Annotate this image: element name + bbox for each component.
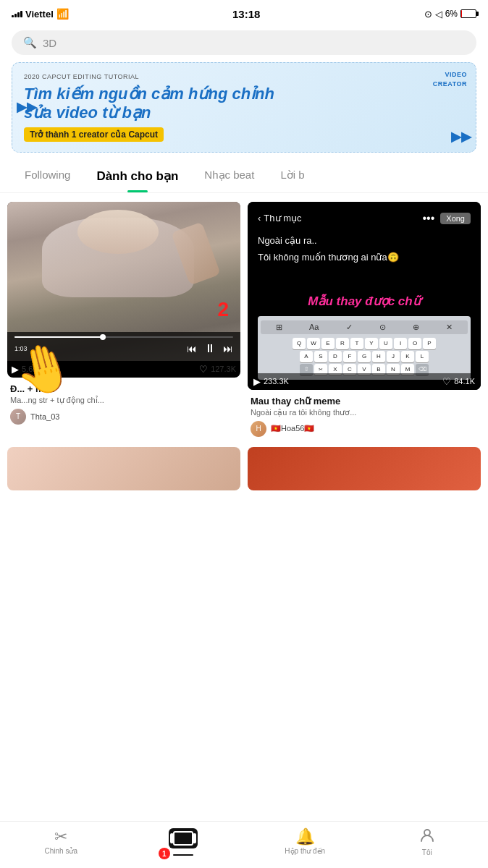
card-1-views: ▶ 5.6K	[12, 364, 38, 375]
card-2-avatar: H	[251, 421, 266, 437]
banner-title: Tìm kiếm nguồn cảm hứng chỉnh sửa video …	[24, 85, 464, 123]
card-2-stats: ▶ 233.3K ♡ 84.1K	[248, 373, 481, 390]
card-2[interactable]: ‹ Thư mục ••• Xong Ngoài cậu ra.. Tôi kh…	[248, 202, 481, 440]
kb-key-f[interactable]: F	[343, 351, 356, 362]
nav-profile-label: Tôi	[422, 848, 432, 856]
kb-grid-icon: ⊞	[276, 323, 282, 332]
rewind-button[interactable]: ⏮	[187, 343, 197, 354]
kb-key-s[interactable]: S	[314, 351, 327, 362]
card-1-likes: ♡ 127.3K	[199, 364, 236, 375]
kb-key-q[interactable]: Q	[293, 338, 306, 349]
forward-button[interactable]: ⏭	[223, 343, 233, 354]
card2-highlight-area: Mẫu thay được chữ	[258, 279, 471, 316]
player-buttons: ⏮ ⏸ ⏭	[187, 342, 233, 355]
kb-key-l[interactable]: L	[416, 351, 429, 362]
carrier-label: Viettel	[25, 9, 54, 20]
card-1[interactable]: 2 1:03 ⏮ ⏸ ⏭	[7, 202, 240, 440]
signal-bars	[12, 11, 22, 17]
kb-key-p[interactable]: P	[423, 338, 436, 349]
tab-lyrics[interactable]: Lời b	[267, 163, 317, 192]
kb-check-icon: ✓	[346, 323, 353, 332]
card-2-likes: ♡ 84.1K	[442, 376, 475, 387]
player-progress-dot	[100, 334, 106, 340]
kb-key-i[interactable]: I	[394, 338, 407, 349]
card2-background: ‹ Thư mục ••• Xong Ngoài cậu ra.. Tôi kh…	[248, 202, 481, 390]
tab-for-you[interactable]: Dành cho bạn	[83, 163, 191, 192]
signal-bar-4	[20, 11, 22, 17]
kb-key-e[interactable]: E	[321, 338, 335, 349]
banner-subtitle-row: Trở thành 1 creator của Capcut	[24, 127, 464, 142]
views-count-2: 233.3K	[264, 377, 289, 386]
battery-percent: 6%	[445, 9, 458, 19]
search-bar[interactable]: 🔍 3D	[12, 30, 476, 55]
views-icon-2: ▶	[253, 376, 261, 387]
banner-decoration-right: ▶▶	[451, 129, 471, 145]
tab-following[interactable]: Following	[12, 163, 83, 192]
kb-key-o[interactable]: O	[408, 338, 421, 349]
banner[interactable]: 2020 CAPCUT EDITING TUTORIAL Tìm kiếm ng…	[12, 62, 476, 153]
kb-key-w[interactable]: W	[307, 338, 320, 349]
card-2-thumb: ‹ Thư mục ••• Xong Ngoài cậu ra.. Tôi kh…	[248, 202, 481, 390]
profile-icon	[419, 827, 435, 846]
tabs: Following Dành cho bạn Nhạc beat Lời b	[0, 163, 488, 193]
card-1-author: T Thta_03	[10, 409, 237, 425]
kb-key-h[interactable]: H	[372, 351, 385, 362]
kb-aa-icon: Aa	[309, 323, 319, 331]
kb-key-u[interactable]: U	[379, 338, 392, 349]
status-time: 13:18	[232, 8, 260, 20]
nav-inbox[interactable]: 🔔 Hộp thư đến	[244, 829, 366, 855]
film-hole-left	[170, 833, 174, 843]
card-1-badge: 2	[217, 298, 229, 321]
kb-key-r[interactable]: R	[336, 338, 349, 349]
status-left: Viettel 📶	[12, 8, 69, 20]
kb-close-icon: ✕	[446, 323, 453, 332]
card-1-desc: Ma...ng str + tự động chỉ...	[10, 396, 237, 405]
kb-key-d[interactable]: D	[329, 351, 342, 362]
card2-header: ‹ Thư mục ••• Xong	[258, 212, 471, 225]
player-progress[interactable]	[14, 336, 233, 338]
card-1-thumb: 2 1:03 ⏮ ⏸ ⏭	[7, 202, 240, 378]
card-2-views: ▶ 233.3K	[253, 376, 289, 387]
wifi-icon: 📶	[56, 8, 69, 20]
folder-label: Thư mục	[264, 213, 301, 224]
card-2-title: Mau thay chữ meme	[251, 396, 478, 407]
battery-fill	[461, 10, 462, 17]
kb-camera-icon: ⊙	[379, 323, 386, 332]
kb-key-a[interactable]: A	[300, 351, 313, 362]
card2-highlight: Mẫu thay được chữ	[308, 294, 420, 309]
record-icon	[169, 828, 198, 848]
signal-bar-2	[14, 14, 17, 17]
kb-key-j[interactable]: J	[387, 351, 400, 362]
player-time: 1:03	[14, 345, 28, 352]
bottom-nav: ✂ Chinh sửa 1 🔔 Hộp thư đến T	[0, 821, 488, 868]
banner-corner-tag: VIDEOCREATOR	[433, 70, 467, 88]
status-bar: Viettel 📶 13:18 ⊙ ◁ 6%	[0, 0, 488, 26]
figure-face	[77, 210, 159, 255]
likes-count-2: 84.1K	[454, 377, 475, 386]
card2-text2: Tôi không muốn thương ai nữa🙃	[258, 250, 471, 265]
signal-bar-3	[17, 12, 20, 17]
kb-key-t[interactable]: T	[350, 338, 363, 349]
nav-profile[interactable]: Tôi	[366, 827, 489, 856]
likes-count: 127.3K	[211, 365, 236, 373]
kb-key-y[interactable]: Y	[365, 338, 378, 349]
nav-edit[interactable]: ✂ Chinh sửa	[0, 829, 122, 855]
partial-card-1	[7, 447, 240, 490]
search-input[interactable]: 3D	[43, 37, 56, 49]
kb-row-2: A S D F G H J K L	[261, 351, 468, 362]
search-icon: 🔍	[23, 36, 37, 49]
player-controls: 1:03 ⏮ ⏸ ⏭	[14, 342, 233, 355]
tab-beat[interactable]: Nhạc beat	[191, 163, 267, 192]
player-progress-fill	[14, 336, 102, 338]
player-overlay[interactable]: 1:03 ⏮ ⏸ ⏭	[7, 332, 240, 361]
banner-decoration-left: ▶▶	[17, 99, 37, 115]
partial-card-2	[248, 447, 481, 490]
kb-key-g[interactable]: G	[358, 351, 371, 362]
card-2-meta: Mau thay chữ meme Ngoài cậu ra tôi không…	[248, 390, 481, 440]
kb-key-k[interactable]: K	[401, 351, 414, 362]
nav-record[interactable]: 1	[122, 828, 245, 856]
close-button[interactable]: Xong	[440, 213, 471, 224]
play-pause-button[interactable]: ⏸	[204, 342, 216, 355]
nav-inbox-label: Hộp thư đến	[285, 847, 325, 855]
card2-menu: ••• Xong	[422, 212, 471, 225]
